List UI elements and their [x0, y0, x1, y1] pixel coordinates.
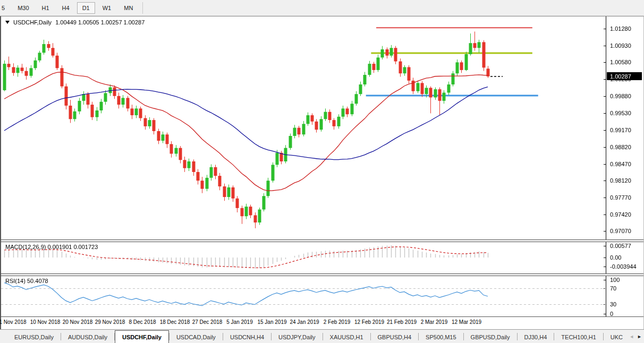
chart-tab-AUDUSD-Daily[interactable]: AUDUSD,Daily [61, 330, 114, 343]
chart-ohlc-values: 1.00449 1.00505 1.00257 1.00287 [55, 19, 145, 25]
chart-tab-USDCAD-Daily[interactable]: USDCAD,Daily [170, 330, 223, 343]
date-axis-label: 21 Feb 2019 [387, 319, 417, 325]
chart-tab-EURUSD-Daily[interactable]: EURUSD,Daily [7, 330, 61, 343]
date-axis-label: 8 Dec 2018 [129, 319, 156, 325]
date-axis-label: 2 Mar 2019 [421, 319, 448, 325]
tabs-scroll-left-icon[interactable]: ◄ [629, 334, 634, 339]
chart-tab-XAUUSD-H1[interactable]: XAUUSD,H1 [323, 330, 370, 343]
timeframe-button-w1[interactable]: W1 [97, 2, 117, 14]
date-axis-label: 1 Nov 2018 [0, 319, 27, 325]
tabs-scroll-right-icon[interactable]: ► [637, 334, 642, 339]
date-axis-label: 12 Feb 2019 [354, 319, 384, 325]
timeframe-button-mn[interactable]: MN [118, 2, 138, 14]
date-axis-label: 5 Jan 2019 [226, 319, 253, 325]
date-axis-label: 15 Jan 2019 [257, 319, 286, 325]
chart-tab-USDCHF-Daily[interactable]: USDCHF,Daily [115, 330, 169, 343]
price-chart-pane: USDCHF,Daily 1.00449 1.00505 1.00257 1.0… [1, 16, 643, 239]
chart-tab-GBPUSD-Daily[interactable]: GBPUSD,Daily [464, 330, 517, 343]
chart-menu-arrow-icon[interactable] [5, 21, 10, 24]
chart-title: USDCHF,Daily 1.00449 1.00505 1.00257 1.0… [5, 19, 145, 25]
toolbar-separator [142, 2, 143, 14]
timeframe-button-m5[interactable]: 5 [0, 2, 10, 14]
timeframe-button-m30[interactable]: M30 [12, 2, 34, 14]
date-axis[interactable]: 1 Nov 201810 Nov 201820 Nov 201829 Nov 2… [1, 316, 643, 328]
timeframe-button-h1[interactable]: H1 [37, 2, 55, 14]
chart-symbol-label: USDCHF,Daily [13, 19, 52, 25]
chart-tab-USDJPY-Daily[interactable]: USDJPY,Daily [272, 330, 323, 343]
chart-tab-DJ30-H4[interactable]: DJ30,H4 [518, 330, 554, 343]
timeframe-button-d1[interactable]: D1 [77, 2, 95, 14]
date-axis-label: 20 Nov 2018 [63, 319, 93, 325]
macd-pane: MACD(12,26,9) 0.001901 0.001723 [1, 242, 643, 273]
date-axis-label: 10 Nov 2018 [30, 319, 61, 325]
chart-tab-GBPUSD-H4[interactable]: GBPUSD,H4 [371, 330, 419, 343]
date-axis-label: 2 Feb 2019 [324, 319, 351, 325]
date-axis-label: 12 Mar 2019 [452, 319, 481, 325]
chart-tab-bar: EURUSD,DailyAUDUSD,DailyUSDCHF,DailyUSDC… [0, 329, 644, 343]
chart-tab-USDCNH-H4[interactable]: USDCNH,H4 [223, 330, 271, 343]
chart-tabs: EURUSD,DailyAUDUSD,DailyUSDCHF,DailyUSDC… [7, 330, 630, 343]
macd-indicator-label: MACD(12,26,9) 0.001901 0.001723 [5, 244, 98, 250]
date-axis-label: 24 Jan 2019 [290, 319, 319, 325]
chart-tab-UKC[interactable]: UKC [604, 330, 630, 343]
timeframe-toolbar: 5 M30 H1 H4 D1 W1 MN [0, 0, 644, 16]
date-axis-label: 18 Dec 2018 [160, 319, 190, 325]
price-chart-canvas[interactable] [1, 16, 643, 239]
rsi-indicator-label: RSI(14) 50.4078 [5, 278, 48, 284]
rsi-canvas[interactable] [1, 276, 643, 316]
tab-scroll-arrows: ◄ ► [626, 330, 642, 343]
chart-tab-SP500-M15[interactable]: SP500,M15 [419, 330, 463, 343]
date-axis-label: 29 Nov 2018 [95, 319, 125, 325]
date-axis-label: 27 Dec 2018 [192, 319, 223, 325]
timeframe-button-h4[interactable]: H4 [57, 2, 75, 14]
rsi-pane: RSI(14) 50.4078 [1, 276, 643, 316]
chart-window: USDCHF,Daily 1.00449 1.00505 1.00257 1.0… [0, 16, 644, 329]
chart-tab-TECH100-H1[interactable]: TECH100,H1 [554, 330, 603, 343]
